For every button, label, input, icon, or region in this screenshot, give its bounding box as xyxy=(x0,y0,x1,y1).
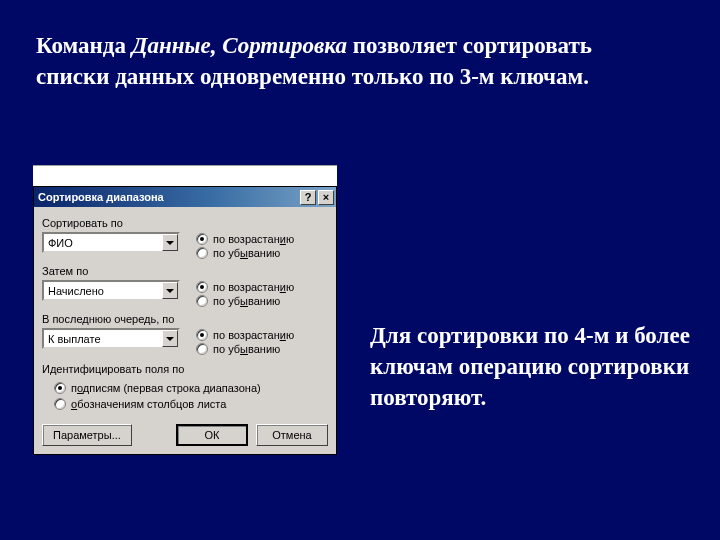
slide-heading: Команда Данные, Сортировка позволяет сор… xyxy=(36,30,660,92)
sort-by-value: ФИО xyxy=(44,237,77,249)
radio-label: по возрастанию xyxy=(213,281,294,293)
options-button[interactable]: Параметры... xyxy=(42,424,132,446)
then-by-combo[interactable]: Начислено xyxy=(42,280,180,301)
last-by-combo[interactable]: К выплате xyxy=(42,328,180,349)
radio-label: по убыванию xyxy=(213,295,280,307)
radio-dot-icon xyxy=(196,329,208,341)
radio-dot-icon xyxy=(196,247,208,259)
dropdown-arrow-icon[interactable] xyxy=(162,330,178,347)
last-by-value: К выплате xyxy=(44,333,105,345)
slide-side-text: Для сортировки по 4-м и более ключам опе… xyxy=(370,320,690,413)
dialog-title: Сортировка диапазона xyxy=(38,191,298,203)
radio-label: подписям (первая строка диапазона) xyxy=(71,382,261,394)
sort-by-combo[interactable]: ФИО xyxy=(42,232,180,253)
ok-button[interactable]: ОК xyxy=(176,424,248,446)
heading-pre: Команда xyxy=(36,33,132,58)
cancel-button[interactable]: Отмена xyxy=(256,424,328,446)
dropdown-arrow-icon[interactable] xyxy=(162,234,178,251)
identify-label: Идентифицировать поля по xyxy=(42,363,328,375)
radio-label: обозначениям столбцов листа xyxy=(71,398,226,410)
sort-dialog: Сортировка диапазона ? × Сортировать по … xyxy=(33,186,337,455)
sort3-desc-radio[interactable]: по убыванию xyxy=(196,343,294,355)
sort2-asc-radio[interactable]: по возрастанию xyxy=(196,281,294,293)
radio-label: по возрастанию xyxy=(213,329,294,341)
close-button[interactable]: × xyxy=(318,190,334,205)
help-button[interactable]: ? xyxy=(300,190,316,205)
heading-italic: Данные, Сортировка xyxy=(132,33,347,58)
last-by-label: В последнюю очередь, по xyxy=(42,313,328,325)
then-by-label: Затем по xyxy=(42,265,328,277)
then-by-value: Начислено xyxy=(44,285,108,297)
radio-label: по убыванию xyxy=(213,343,280,355)
radio-dot-icon xyxy=(196,281,208,293)
sort1-desc-radio[interactable]: по убыванию xyxy=(196,247,294,259)
radio-label: по убыванию xyxy=(213,247,280,259)
radio-dot-icon xyxy=(54,398,66,410)
sort-by-label: Сортировать по xyxy=(42,217,328,229)
sort3-asc-radio[interactable]: по возрастанию xyxy=(196,329,294,341)
radio-dot-icon xyxy=(196,343,208,355)
dialog-titlebar[interactable]: Сортировка диапазона ? × xyxy=(34,187,336,207)
dropdown-arrow-icon[interactable] xyxy=(162,282,178,299)
identify-by-columns-radio[interactable]: обозначениям столбцов листа xyxy=(54,398,328,410)
sort1-asc-radio[interactable]: по возрастанию xyxy=(196,233,294,245)
sort2-desc-radio[interactable]: по убыванию xyxy=(196,295,294,307)
radio-dot-icon xyxy=(196,233,208,245)
identify-by-labels-radio[interactable]: подписям (первая строка диапазона) xyxy=(54,382,328,394)
radio-label: по возрастанию xyxy=(213,233,294,245)
radio-dot-icon xyxy=(196,295,208,307)
radio-dot-icon xyxy=(54,382,66,394)
